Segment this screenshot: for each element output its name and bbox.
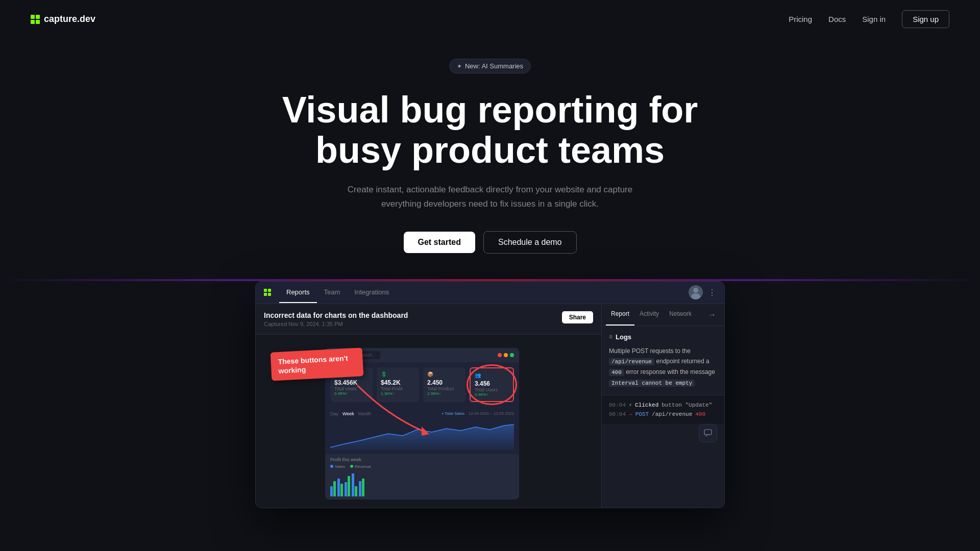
bar-group-1 xyxy=(330,481,336,496)
profit-legend: Sales Revenue xyxy=(330,464,514,469)
stat-product-icon: 📦 xyxy=(427,371,461,377)
stat-users: 👥 3.456 Total Users 0.99%↑ xyxy=(470,367,514,402)
bar-sales-4 xyxy=(352,473,354,496)
new-badge[interactable]: ✦ New: AI Summaries xyxy=(449,59,531,73)
report-main: Incorrect data for charts on the dashboa… xyxy=(256,304,602,508)
logs-status-code: 400 xyxy=(609,369,624,376)
chart-tabs-mini: Day Week Month ▪ Total Sales 12.04.2022 … xyxy=(330,411,514,416)
console-status: 400 xyxy=(695,411,705,417)
stat-profit-value: $45.2K xyxy=(381,379,415,386)
stat-product-label: Total Product xyxy=(427,386,461,391)
report-title: Incorrect data for charts on the dashboa… xyxy=(264,311,408,319)
chart-tab-week: Week xyxy=(342,411,354,416)
navbar: capture.dev Pricing Docs Sign in Sign up xyxy=(0,0,980,38)
share-button[interactable]: Share xyxy=(562,311,593,323)
tab-team[interactable]: Team xyxy=(317,282,348,303)
hero-section: ✦ New: AI Summaries Visual bug reporting… xyxy=(0,38,980,284)
logs-header: ≡ Logs xyxy=(609,333,717,341)
logs-text: Multiple POST requests to the /api/reven… xyxy=(609,346,717,388)
avatar xyxy=(689,285,703,299)
stat-users-change: 0.99%↑ xyxy=(475,392,509,397)
logs-endpoint: /api/revenue xyxy=(609,358,654,365)
logs-section: ≡ Logs Multiple POST requests to the /ap… xyxy=(602,326,724,395)
bar-revenue-5 xyxy=(362,479,364,496)
console-method: POST xyxy=(635,411,649,417)
svg-point-0 xyxy=(693,288,698,293)
report-date: Captured Nov 9, 2024, 1:35 PM xyxy=(264,321,408,327)
signup-button[interactable]: Sign up xyxy=(902,10,949,28)
report-info: Incorrect data for charts on the dashboa… xyxy=(264,311,408,327)
get-started-button[interactable]: Get started xyxy=(404,232,475,253)
tab-reports[interactable]: Reports xyxy=(279,282,317,303)
screenshot-area: These buttons aren't working 🔍 xyxy=(256,335,601,508)
console-button-label: button "Update" xyxy=(662,402,712,408)
stat-profit-change: 1.30%↑ xyxy=(381,391,415,396)
console-arrow-icon: → xyxy=(629,411,632,417)
logs-title: Logs xyxy=(616,333,631,341)
stat-users-label: Total Users xyxy=(475,387,509,392)
hero-title-line1: Visual bug reporting for xyxy=(282,89,698,130)
bar-group-2 xyxy=(337,479,343,496)
panel-tab-report[interactable]: Report xyxy=(606,304,634,325)
mini-chart-area: Day Week Month ▪ Total Sales 12.04.2022 … xyxy=(325,407,519,454)
stat-product-value: 2.450 xyxy=(427,379,461,386)
demo-container: Reports Team Integrations ⋮ xyxy=(245,281,735,508)
logo[interactable]: capture.dev xyxy=(31,14,95,24)
legend-sales: Sales xyxy=(330,464,345,469)
demo-window: Reports Team Integrations ⋮ xyxy=(255,281,725,508)
logo-icon xyxy=(31,15,40,24)
dot-red xyxy=(498,353,502,357)
legend-revenue: Revenue xyxy=(350,464,371,469)
console-action-1: Clicked xyxy=(635,402,658,408)
logs-error-message: Interval cannot be empty xyxy=(609,380,695,387)
logs-text-before: Multiple POST requests to the xyxy=(609,347,691,355)
bar-revenue-1 xyxy=(333,481,336,496)
bar-sales-3 xyxy=(345,482,347,496)
stat-views-value: $3.456K xyxy=(334,379,369,386)
console-time-1: 00:04 xyxy=(609,402,626,408)
chat-button[interactable] xyxy=(699,424,717,442)
panel-tab-activity[interactable]: Activity xyxy=(634,304,664,325)
profit-section: Profit this week Sales Revenue xyxy=(325,454,519,499)
stat-profit-label: Total Profit xyxy=(381,386,415,391)
chart-date-range: 12.04.2022 – 12.05.2022 xyxy=(469,411,514,416)
tab-integrations[interactable]: Integrations xyxy=(347,282,396,303)
bar-group-5 xyxy=(359,479,364,496)
annotation-note: These buttons aren't working xyxy=(271,347,364,381)
report-panel: Report Activity Network → ≡ Logs Multipl… xyxy=(602,304,724,508)
panel-tabs: Report Activity Network → xyxy=(602,304,724,326)
console-section: 00:04 ⚡ Clicked button "Update" 00:04 → … xyxy=(602,395,724,424)
dot-green xyxy=(510,353,514,357)
bar-revenue-3 xyxy=(348,476,350,496)
nav-docs[interactable]: Docs xyxy=(828,15,846,23)
window-bar: Reports Team Integrations ⋮ xyxy=(256,282,724,304)
badge-star-icon: ✦ xyxy=(457,63,462,70)
panel-tab-network[interactable]: Network xyxy=(664,304,697,325)
hero-title: Visual bug reporting for busy product te… xyxy=(260,90,720,170)
bar-revenue-4 xyxy=(355,486,357,496)
nav-signin[interactable]: Sign in xyxy=(862,15,886,23)
console-time-2: 00:04 xyxy=(609,411,626,417)
nav-pricing[interactable]: Pricing xyxy=(789,15,812,23)
panel-arrow-icon[interactable]: → xyxy=(704,304,720,325)
logs-text-middle: endpoint returned a xyxy=(656,358,709,365)
schedule-demo-button[interactable]: Schedule a demo xyxy=(483,231,577,254)
svg-rect-3 xyxy=(704,430,712,435)
bar-chart xyxy=(330,471,514,496)
stat-product-change: 2.99%↑ xyxy=(427,391,461,396)
chart-tab-month: Month xyxy=(358,411,371,416)
hero-buttons: Get started Schedule a demo xyxy=(10,231,970,254)
stat-profit: 💲 $45.2K Total Profit 1.30%↑ xyxy=(377,367,419,402)
chart-legend: ▪ Total Sales xyxy=(442,411,464,416)
area-chart-svg xyxy=(330,419,514,450)
menu-dots-icon[interactable]: ⋮ xyxy=(708,288,716,297)
bar-sales-2 xyxy=(337,479,340,496)
nav-links: Pricing Docs Sign in Sign up xyxy=(789,10,949,28)
stat-views-change: 0.45%↑ xyxy=(334,391,369,396)
logo-text: capture.dev xyxy=(44,14,95,24)
stat-product: 📦 2.450 Total Product 2.99%↑ xyxy=(423,367,465,402)
window-logo-icon xyxy=(264,289,271,296)
bar-revenue-2 xyxy=(340,484,343,496)
report-header: Incorrect data for charts on the dashboa… xyxy=(256,304,601,335)
report-area: Incorrect data for charts on the dashboa… xyxy=(256,304,724,508)
